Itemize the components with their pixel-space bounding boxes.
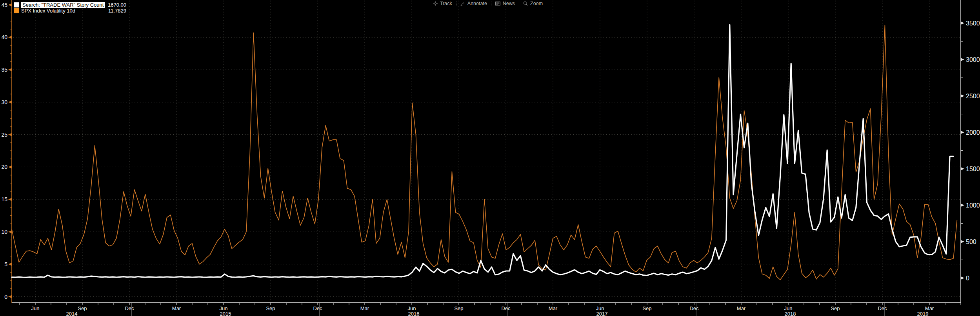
- svg-text:Sep: Sep: [831, 305, 840, 311]
- svg-text:Jun: Jun: [784, 305, 793, 311]
- track-button-label: Track: [440, 1, 452, 6]
- svg-text:Mar: Mar: [549, 305, 558, 311]
- svg-text:2018: 2018: [785, 311, 796, 316]
- svg-text:35: 35: [1, 67, 7, 73]
- track-button[interactable]: Track: [429, 1, 456, 6]
- svg-text:25: 25: [1, 132, 7, 138]
- svg-text:Mar: Mar: [360, 305, 369, 311]
- svg-text:2017: 2017: [596, 311, 608, 316]
- svg-text:Jun: Jun: [220, 305, 228, 311]
- annotate-pencil-icon: [460, 1, 465, 6]
- svg-text:Mar: Mar: [737, 305, 746, 311]
- svg-text:Dec: Dec: [125, 305, 134, 311]
- legend-row-volatility[interactable]: SPX Index Volatility 10d 11.7829: [14, 8, 126, 14]
- x-axis: JunSepDecMarJunSepDecMarJunSepDecMarJunS…: [20, 303, 961, 316]
- volatility-swatch: [14, 8, 19, 13]
- svg-text:Jun: Jun: [596, 305, 604, 311]
- svg-text:3500: 3500: [966, 20, 980, 27]
- svg-text:10: 10: [1, 229, 7, 235]
- svg-text:1500: 1500: [966, 166, 980, 172]
- right-axis: 0500100015002000250030003500: [961, 5, 980, 282]
- svg-text:Jun: Jun: [31, 305, 40, 311]
- zoom-button[interactable]: Zoom: [519, 1, 547, 6]
- svg-text:2015: 2015: [220, 311, 231, 316]
- grid-lines: [12, 0, 961, 303]
- svg-text:Jun: Jun: [408, 305, 416, 311]
- zoom-button-label: Zoom: [530, 1, 543, 6]
- legend-value-story-count: 1670.00: [108, 2, 126, 8]
- svg-text:45: 45: [1, 2, 7, 8]
- story-count-series-line: [12, 25, 953, 277]
- svg-text:Sep: Sep: [266, 305, 275, 311]
- legend-label-volatility: SPX Index Volatility 10d: [21, 8, 75, 14]
- volatility-series-line: [12, 25, 957, 280]
- svg-text:Sep: Sep: [78, 305, 87, 311]
- axes: [12, 0, 961, 303]
- svg-text:1000: 1000: [966, 202, 980, 209]
- svg-text:Dec: Dec: [689, 305, 699, 311]
- left-axis: 051015202530354045: [1, 2, 12, 300]
- svg-text:0: 0: [4, 294, 7, 300]
- news-icon: [495, 1, 500, 6]
- svg-text:30: 30: [1, 99, 7, 105]
- svg-text:2000: 2000: [966, 129, 980, 136]
- svg-text:Dec: Dec: [313, 305, 322, 311]
- chart-toolbar: Track Annotate News Zoom: [429, 0, 547, 7]
- svg-text:2500: 2500: [966, 93, 980, 99]
- svg-text:0: 0: [966, 275, 969, 282]
- svg-text:15: 15: [1, 196, 7, 202]
- zoom-magnifier-icon: [523, 1, 528, 6]
- news-button[interactable]: News: [491, 1, 519, 6]
- bloomberg-chart-screen: { "legend": { "series": [ { "label": "Se…: [0, 0, 980, 316]
- svg-text:Dec: Dec: [501, 305, 511, 311]
- legend-value-volatility: 11.7829: [108, 8, 126, 14]
- svg-text:2016: 2016: [408, 311, 420, 316]
- legend-row-story-count[interactable]: Search: "TRADE WAR" Story Count 1670.00: [14, 2, 126, 8]
- svg-text:Sep: Sep: [642, 305, 651, 311]
- chart-legend: Search: "TRADE WAR" Story Count 1670.00 …: [14, 2, 126, 14]
- track-crosshair-icon: [433, 1, 438, 6]
- svg-text:2019: 2019: [917, 311, 929, 316]
- svg-text:Mar: Mar: [925, 305, 934, 311]
- legend-label-story-count: Search: "TRADE WAR" Story Count: [21, 2, 105, 8]
- svg-text:Mar: Mar: [172, 305, 181, 311]
- svg-text:20: 20: [1, 164, 7, 170]
- annotate-button-label: Annotate: [467, 1, 487, 6]
- svg-text:40: 40: [1, 34, 7, 40]
- svg-text:Sep: Sep: [454, 305, 463, 311]
- chart-canvas[interactable]: 0510152025303540450500100015002000250030…: [0, 0, 980, 316]
- svg-text:5: 5: [4, 261, 7, 267]
- story-count-swatch: [14, 2, 19, 7]
- svg-text:2014: 2014: [66, 311, 78, 316]
- svg-text:3000: 3000: [966, 56, 980, 63]
- svg-text:Dec: Dec: [878, 305, 887, 311]
- annotate-button[interactable]: Annotate: [456, 1, 491, 6]
- svg-text:500: 500: [966, 238, 976, 245]
- news-button-label: News: [503, 1, 515, 6]
